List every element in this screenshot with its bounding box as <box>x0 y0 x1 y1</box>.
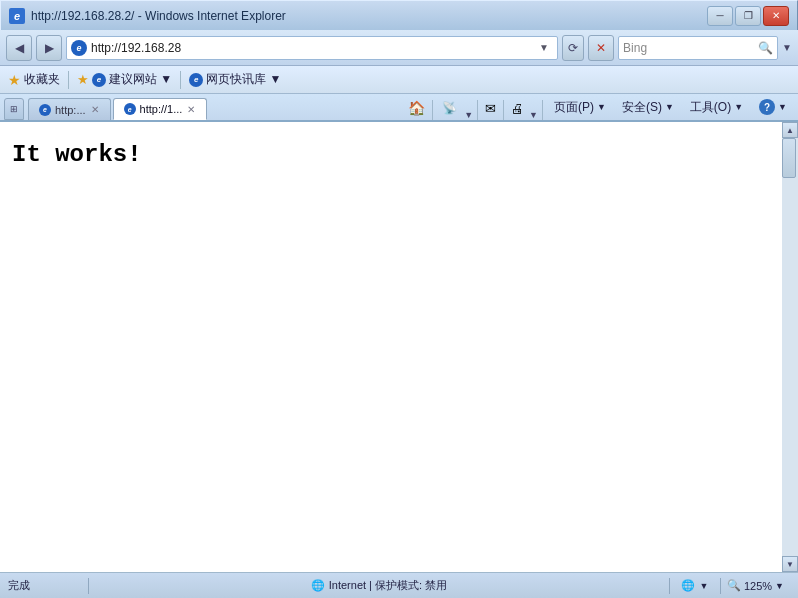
ie-suggest-icon: e <box>92 73 106 87</box>
help-dropdown-icon: ▼ <box>778 102 787 112</box>
suggest-icon: ★ <box>77 72 89 87</box>
lang-dropdown-icon[interactable]: ▼ <box>699 581 708 591</box>
print-button[interactable]: 🖨 <box>508 96 527 120</box>
ie-gallery-icon: e <box>189 73 203 87</box>
fav-divider-1 <box>68 71 69 89</box>
tab-2[interactable]: e http://1... ✕ <box>113 98 208 120</box>
scroll-up-button[interactable]: ▲ <box>782 122 798 138</box>
close-button[interactable]: ✕ <box>763 6 789 26</box>
stop-button[interactable]: ✕ <box>588 35 614 61</box>
security-label: 安全(S) <box>622 99 662 116</box>
address-input-wrap[interactable]: e http://192.168.28 ▼ <box>66 36 558 60</box>
tab-1-label: http:... <box>55 104 86 116</box>
tab-2-close[interactable]: ✕ <box>186 104 196 115</box>
content-wrapper: It works! ▲ ▼ <box>0 122 798 572</box>
page-button[interactable]: 页面(P) ▼ <box>547 94 613 120</box>
print-dropdown-icon[interactable]: ▼ <box>529 110 538 120</box>
window-controls: ─ ❐ ✕ <box>707 6 789 26</box>
security-button[interactable]: 安全(S) ▼ <box>615 94 681 120</box>
toolbar-divider-4 <box>542 100 543 120</box>
feeds-dropdown-icon[interactable]: ▼ <box>464 110 473 120</box>
back-button[interactable]: ◀ <box>6 35 32 61</box>
lang-icon: 🌐 <box>681 579 695 592</box>
star-icon: ★ <box>8 72 21 88</box>
feeds-button[interactable]: 📡 <box>437 96 462 120</box>
forward-button[interactable]: ▶ <box>36 35 62 61</box>
restore-button[interactable]: ❐ <box>735 6 761 26</box>
favorites-label: 收藏夹 <box>24 71 60 88</box>
favorites-button[interactable]: ★ 收藏夹 <box>8 71 60 88</box>
scrollbar-thumb[interactable] <box>782 138 796 178</box>
tools-label: 工具(O) <box>690 99 731 116</box>
search-wrap[interactable]: Bing 🔍 <box>618 36 778 60</box>
zone-icon: 🌐 <box>311 579 325 592</box>
zoom-dropdown-icon[interactable]: ▼ <box>775 581 784 591</box>
scroll-down-button[interactable]: ▼ <box>782 556 798 572</box>
tab-bar: ⊞ e http:... ✕ e http://1... ✕ 🏠 📡 ▼ ✉ 🖨… <box>0 94 798 122</box>
page-dropdown-icon: ▼ <box>597 102 606 112</box>
zone-text: Internet | 保护模式: 禁用 <box>329 578 447 593</box>
tab-1[interactable]: e http:... ✕ <box>28 98 111 120</box>
title-bar: e http://192.168.28.2/ - Windows Interne… <box>0 0 798 30</box>
scrollbar[interactable]: ▲ ▼ <box>782 122 798 572</box>
suggest-site-button[interactable]: ★ e 建议网站 ▼ <box>77 71 172 88</box>
help-icon: ? <box>759 99 775 115</box>
zone-section: 🌐 Internet | 保护模式: 禁用 <box>89 578 669 593</box>
tab-1-close[interactable]: ✕ <box>90 104 100 115</box>
address-bar: ◀ ▶ e http://192.168.28 ▼ ⟳ ✕ Bing 🔍 ▼ <box>0 30 798 66</box>
tools-dropdown-icon: ▼ <box>734 102 743 112</box>
ie-address-icon: e <box>71 40 87 56</box>
tab-1-icon: e <box>39 104 51 116</box>
reload-button[interactable]: ⟳ <box>562 35 584 61</box>
status-text: 完成 <box>8 578 88 593</box>
zoom-section: 🔍 125% ▼ <box>721 579 790 592</box>
tab-2-label: http://1... <box>140 103 183 115</box>
gallery-button[interactable]: e 网页快讯库 ▼ <box>189 71 281 88</box>
toolbar-divider-2 <box>477 100 478 120</box>
help-button[interactable]: ? ▼ <box>752 94 794 120</box>
search-placeholder: Bing <box>623 41 754 55</box>
lang-section: 🌐 ▼ <box>670 579 720 592</box>
tab-switcher[interactable]: ⊞ <box>4 98 24 120</box>
address-dropdown-icon[interactable]: ▼ <box>539 42 553 53</box>
fav-divider-2 <box>180 71 181 89</box>
gallery-label: 网页快讯库 ▼ <box>206 71 281 88</box>
zoom-icon: 🔍 <box>727 579 741 592</box>
page-content: It works! <box>12 138 770 172</box>
app-icon: e <box>9 8 25 24</box>
favorites-bar: ★ 收藏夹 ★ e 建议网站 ▼ e 网页快讯库 ▼ <box>0 66 798 94</box>
suggest-label: 建议网站 ▼ <box>109 71 172 88</box>
mail-button[interactable]: ✉ <box>482 96 499 120</box>
tools-button[interactable]: 工具(O) ▼ <box>683 94 750 120</box>
search-dropdown[interactable]: ▼ <box>782 42 792 53</box>
zoom-level: 125% <box>744 580 772 592</box>
page-label: 页面(P) <box>554 99 594 116</box>
window-title: http://192.168.28.2/ - Windows Internet … <box>31 9 707 23</box>
home-button[interactable]: 🏠 <box>404 96 428 120</box>
content-area: It works! <box>0 122 782 572</box>
search-icon[interactable]: 🔍 <box>758 41 773 55</box>
scrollbar-track[interactable] <box>782 138 798 556</box>
toolbar-divider-1 <box>432 100 433 120</box>
toolbar-divider-3 <box>503 100 504 120</box>
address-text: http://192.168.28 <box>91 41 539 55</box>
security-dropdown-icon: ▼ <box>665 102 674 112</box>
minimize-button[interactable]: ─ <box>707 6 733 26</box>
tab-2-icon: e <box>124 103 136 115</box>
status-bar: 完成 🌐 Internet | 保护模式: 禁用 🌐 ▼ 🔍 125% ▼ <box>0 572 798 598</box>
